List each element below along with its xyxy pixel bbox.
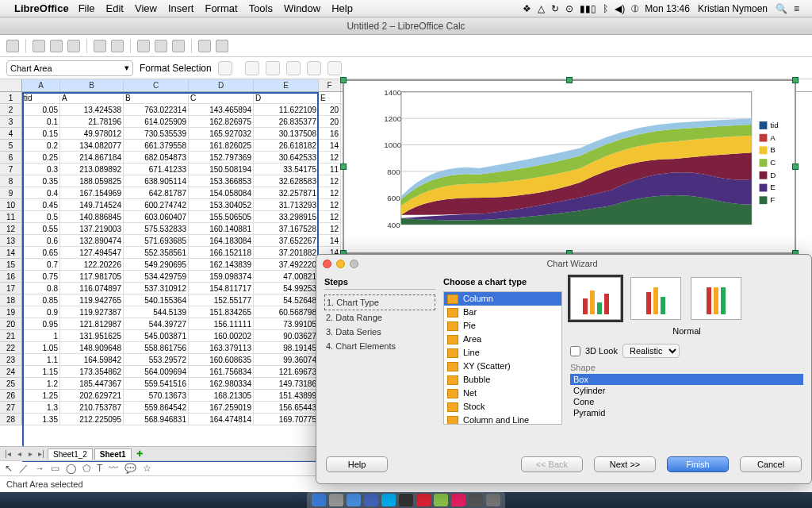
cell[interactable]: 0.35 [22, 175, 60, 187]
open-button[interactable] [33, 40, 45, 52]
cell[interactable]: 0.65 [22, 247, 60, 259]
col-header[interactable]: B [60, 79, 124, 91]
cell[interactable]: 21.78196 [60, 116, 124, 128]
cell[interactable]: 151.43899 [254, 390, 319, 402]
tab-nav-first[interactable]: |◂ [3, 449, 13, 458]
bluetooth-icon[interactable]: ᛒ [603, 3, 608, 14]
cell[interactable]: 571.693685 [124, 235, 189, 247]
cell[interactable]: 161.756834 [189, 366, 254, 378]
curve-icon[interactable]: 〰 [109, 463, 118, 474]
menu-help[interactable]: Help [331, 2, 353, 14]
dropbox-icon[interactable]: ❖ [523, 3, 531, 14]
cell[interactable]: 0.45 [22, 199, 60, 211]
cell[interactable]: 0.1 [22, 116, 60, 128]
row-header[interactable]: 4 [0, 128, 22, 140]
chart-type-icon[interactable] [218, 61, 232, 75]
wizard-step[interactable]: 1. Chart Type [324, 294, 435, 310]
cell[interactable]: 1 [22, 330, 60, 342]
cell[interactable]: 537.310912 [124, 283, 189, 294]
cell[interactable]: 160.00202 [189, 330, 254, 342]
cell[interactable]: 1.25 [22, 390, 60, 402]
col-header[interactable]: E [254, 79, 319, 91]
menubar-app[interactable]: LibreOffice [14, 2, 69, 14]
cell[interactable]: 564.009694 [124, 366, 189, 378]
cell[interactable]: 0.5 [22, 211, 60, 223]
cell[interactable]: 159.098374 [189, 271, 254, 283]
close-icon[interactable] [323, 260, 331, 268]
new-button[interactable] [6, 40, 19, 52]
tab-nav-prev[interactable]: ◂ [14, 449, 24, 458]
cell[interactable]: 30.137508 [254, 128, 319, 140]
menu-window[interactable]: Window [284, 2, 320, 14]
cut-button[interactable] [137, 40, 150, 52]
shape-list[interactable]: Box Cylinder Cone Pyramid [570, 374, 803, 418]
cell[interactable]: 162.143839 [189, 259, 254, 271]
cell[interactable]: 49.978012 [60, 128, 124, 140]
scale-text-icon[interactable] [307, 61, 321, 75]
cell[interactable]: 0.7 [22, 259, 60, 271]
cell[interactable]: 638.905114 [124, 175, 189, 187]
cell[interactable]: D [254, 92, 319, 104]
cell[interactable]: 33.54175 [254, 164, 319, 175]
row-header[interactable]: 20 [0, 318, 22, 330]
wizard-step[interactable]: 4. Chart Elements [324, 339, 435, 353]
cell[interactable]: 131.951625 [60, 330, 124, 342]
cell[interactable]: 549.290695 [124, 259, 189, 271]
cell[interactable]: 54.52648 [254, 294, 319, 306]
cell[interactable]: 12 [319, 187, 341, 199]
cell[interactable]: 54.99253 [254, 283, 319, 294]
row-header[interactable]: 12 [0, 223, 22, 235]
cell[interactable]: E [319, 92, 341, 104]
row-header[interactable]: 24 [0, 366, 22, 378]
col-header[interactable]: F [319, 79, 341, 91]
cell[interactable]: 544.39727 [124, 318, 189, 330]
cell[interactable]: 16 [319, 128, 341, 140]
cell[interactable]: 148.909648 [60, 342, 124, 354]
menubar-user[interactable]: Kristian Nymoen [698, 3, 768, 14]
resize-handle[interactable] [792, 77, 799, 83]
cell[interactable]: 164.183084 [189, 235, 254, 247]
cell[interactable]: 154.058084 [189, 187, 254, 199]
cell[interactable]: 140.886845 [60, 211, 124, 223]
cell[interactable]: 90.03627 [254, 330, 319, 342]
cell[interactable]: 152.55177 [189, 294, 254, 306]
dock-app[interactable] [347, 494, 361, 506]
row-header[interactable]: 7 [0, 164, 22, 175]
cancel-button[interactable]: Cancel [740, 456, 802, 472]
cell[interactable]: 152.797369 [189, 152, 254, 164]
row-header[interactable]: 25 [0, 378, 22, 390]
cell[interactable]: 37.652267 [254, 235, 319, 247]
dock-app[interactable] [399, 494, 413, 506]
cell[interactable]: 26.618182 [254, 140, 319, 152]
menu-edit[interactable]: Edit [106, 2, 124, 14]
dock-app[interactable] [364, 494, 378, 506]
cell[interactable]: 0.05 [22, 104, 60, 116]
row-header[interactable]: 26 [0, 390, 22, 402]
row-header[interactable]: 23 [0, 354, 22, 366]
row-header[interactable]: 5 [0, 140, 22, 152]
cell[interactable]: 164.474814 [189, 414, 254, 425]
menu-format[interactable]: Format [205, 2, 237, 14]
cell[interactable]: 37.492220 [254, 259, 319, 271]
row-header[interactable]: 19 [0, 306, 22, 318]
row-header[interactable]: 9 [0, 187, 22, 199]
cell[interactable]: 37.167528 [254, 223, 319, 235]
format-selection-button[interactable]: Format Selection [140, 63, 212, 74]
col-header[interactable]: D [189, 79, 254, 91]
cell[interactable]: 544.5139 [124, 306, 189, 318]
row-header[interactable]: 27 [0, 402, 22, 414]
row-header[interactable]: 8 [0, 175, 22, 187]
col-header[interactable]: A [22, 79, 60, 91]
cell[interactable]: 13.424538 [60, 104, 124, 116]
cell[interactable]: 682.054873 [124, 152, 189, 164]
cell[interactable]: 156.11111 [189, 318, 254, 330]
cell[interactable]: 162.826975 [189, 116, 254, 128]
resize-handle[interactable] [340, 77, 347, 83]
cell[interactable]: 545.003871 [124, 330, 189, 342]
row-header[interactable]: 6 [0, 152, 22, 164]
cell[interactable]: 575.532833 [124, 223, 189, 235]
dock-app[interactable] [329, 494, 343, 506]
sync-icon[interactable]: ↻ [551, 3, 559, 14]
cell[interactable]: 60.568798 [254, 306, 319, 318]
dock-app[interactable] [451, 494, 465, 506]
